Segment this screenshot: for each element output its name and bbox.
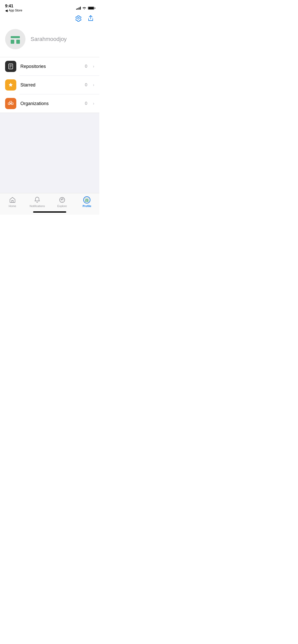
header-toolbar xyxy=(0,13,99,24)
svg-point-11 xyxy=(60,197,65,202)
tab-profile[interactable]: Profile xyxy=(75,196,100,208)
organizations-icon xyxy=(5,98,16,109)
svg-rect-12 xyxy=(85,199,88,200)
svg-rect-1 xyxy=(11,40,14,44)
status-right xyxy=(76,7,94,10)
profile-tab-icon xyxy=(83,196,90,203)
organizations-chevron: › xyxy=(93,101,94,106)
profile-section: Sarahmoodjoy xyxy=(0,24,99,57)
status-carrier: App Store xyxy=(9,9,22,12)
starred-label: Starred xyxy=(20,82,81,88)
tab-notifications[interactable]: Notifications xyxy=(25,196,50,208)
share-button[interactable] xyxy=(87,15,94,22)
repositories-label: Repositories xyxy=(20,64,81,69)
home-indicator xyxy=(33,211,66,213)
home-icon xyxy=(9,196,16,203)
repositories-icon xyxy=(5,61,16,72)
starred-item[interactable]: Starred 0 › xyxy=(0,76,99,94)
gray-area xyxy=(0,113,99,202)
status-time: 9:41 xyxy=(5,4,22,8)
starred-chevron: › xyxy=(93,83,94,87)
battery-icon xyxy=(88,7,94,10)
tab-profile-label: Profile xyxy=(83,204,91,208)
tab-explore-label: Explore xyxy=(57,204,67,208)
tab-explore[interactable]: Explore xyxy=(50,196,75,208)
username: Sarahmoodjoy xyxy=(31,36,67,42)
tab-home-label: Home xyxy=(9,204,16,208)
notifications-icon xyxy=(34,196,41,203)
menu-list: Repositories 0 › Starred 0 › xyxy=(0,57,99,113)
explore-icon xyxy=(59,196,66,203)
organizations-item[interactable]: Organizations 0 › xyxy=(0,94,99,113)
svg-rect-0 xyxy=(11,36,20,38)
tab-notifications-label: Notifications xyxy=(30,204,45,208)
tab-home[interactable]: Home xyxy=(0,196,25,208)
organizations-label: Organizations xyxy=(20,101,81,106)
avatar xyxy=(5,29,25,49)
starred-count: 0 xyxy=(85,82,87,87)
status-left: 9:41 ◀ App Store xyxy=(5,4,22,12)
status-bar: 9:41 ◀ App Store xyxy=(0,0,99,13)
avatar-logo xyxy=(8,32,22,46)
svg-rect-14 xyxy=(87,200,88,202)
settings-button[interactable] xyxy=(75,15,82,22)
svg-rect-2 xyxy=(16,40,20,44)
svg-rect-3 xyxy=(9,64,13,69)
repositories-item[interactable]: Repositories 0 › xyxy=(0,57,99,76)
profile-avatar xyxy=(83,196,90,203)
organizations-count: 0 xyxy=(85,101,87,106)
repositories-chevron: › xyxy=(93,64,94,69)
starred-icon xyxy=(5,79,16,91)
signal-icon xyxy=(76,7,81,10)
repositories-count: 0 xyxy=(85,64,87,69)
svg-rect-13 xyxy=(85,200,87,202)
wifi-icon xyxy=(82,7,86,10)
